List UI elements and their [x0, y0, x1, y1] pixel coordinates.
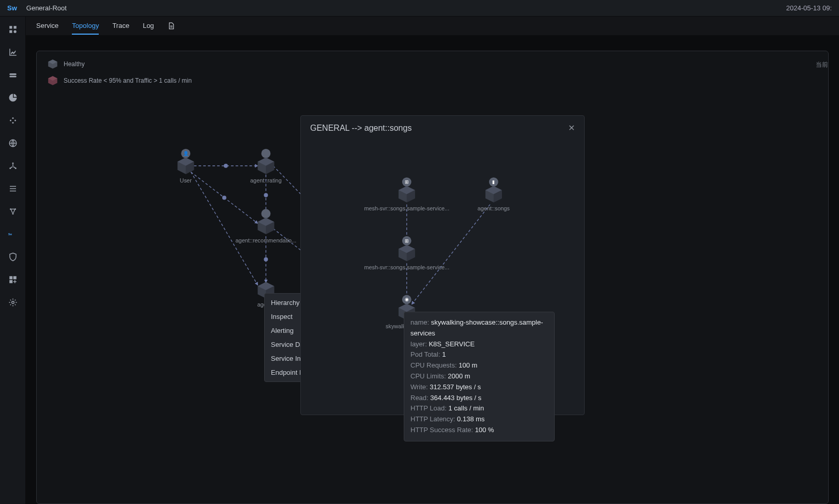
svg-point-37: [222, 195, 226, 200]
logo: Sw: [7, 4, 17, 12]
svg-point-49: [261, 209, 270, 218]
shield-icon[interactable]: [7, 251, 19, 263]
page-title: General-Root: [26, 4, 786, 12]
topbar: Sw General-Root 2024-05-13 09:: [0, 0, 839, 17]
share-icon[interactable]: [7, 160, 19, 172]
svg-rect-16: [10, 191, 16, 192]
apps-icon[interactable]: [7, 274, 19, 285]
pie-icon[interactable]: [7, 92, 19, 103]
svg-point-6: [10, 120, 11, 121]
clock: 2024-05-13 09:: [786, 4, 832, 12]
tab-trace[interactable]: Trace: [112, 18, 129, 35]
tab-service[interactable]: Service: [36, 18, 58, 35]
svg-text:⊞: ⊞: [405, 238, 409, 243]
svg-text:◉: ◉: [405, 297, 409, 302]
svg-rect-1: [13, 26, 16, 28]
svg-point-24: [11, 301, 14, 304]
sidebar: Sw: [0, 17, 26, 504]
main-content: Service Topology Trace Log Healthy Succe…: [26, 17, 839, 504]
svg-text:agent::songs: agent::songs: [478, 205, 510, 211]
svg-rect-5: [9, 76, 17, 78]
svg-text:agent::rating: agent::rating: [250, 177, 282, 184]
svg-rect-23: [9, 280, 12, 283]
svg-point-11: [12, 162, 13, 164]
svg-point-9: [12, 122, 13, 124]
svg-text:⊞: ⊞: [405, 179, 409, 185]
tab-log[interactable]: Log: [143, 18, 154, 35]
svg-text:User: User: [180, 177, 192, 184]
svg-point-35: [264, 193, 268, 197]
node-tooltip: name: skywalking-showcase::songs.sample-…: [404, 312, 555, 441]
doc-icon[interactable]: [167, 22, 175, 29]
graph-icon[interactable]: [7, 206, 19, 217]
svg-rect-2: [9, 30, 12, 33]
svg-point-19: [12, 213, 13, 215]
svg-text:mesh-svr::songs.sample-service: mesh-svr::songs.sample-service...: [364, 205, 449, 211]
topology-canvas[interactable]: Healthy Success Rate < 95% and Traffic >…: [36, 51, 829, 504]
tab-topology[interactable]: Topology: [72, 18, 99, 35]
svg-text:👤: 👤: [183, 150, 189, 157]
sw-icon[interactable]: Sw: [7, 228, 19, 240]
svg-rect-22: [13, 276, 16, 279]
svg-line-54: [412, 205, 490, 304]
svg-point-8: [14, 120, 16, 121]
dashboard-icon[interactable]: [7, 24, 19, 35]
svg-point-7: [12, 117, 13, 119]
globe-icon[interactable]: [7, 138, 19, 149]
svg-text:agent::recommendatio...: agent::recommendatio...: [236, 237, 297, 243]
svg-rect-4: [9, 73, 17, 75]
svg-point-33: [224, 164, 228, 168]
svg-rect-0: [9, 26, 12, 28]
popup-title: GENERAL --> agent::songs: [310, 124, 411, 133]
disk-icon[interactable]: [7, 69, 19, 81]
svg-rect-15: [10, 188, 16, 189]
svg-text:mesh-svr::songs.sample-service: mesh-svr::songs.sample-service...: [364, 264, 449, 270]
svg-line-38: [191, 172, 257, 285]
svg-rect-21: [9, 276, 12, 279]
dots-icon[interactable]: [7, 115, 19, 126]
svg-point-3: [13, 30, 16, 33]
svg-rect-14: [10, 186, 16, 187]
svg-text:Sw: Sw: [8, 233, 12, 236]
gear-icon[interactable]: [7, 297, 19, 308]
svg-point-40: [264, 257, 268, 262]
subnav: Service Topology Trace Log: [26, 17, 839, 35]
list-icon[interactable]: [7, 183, 19, 194]
svg-point-47: [261, 149, 270, 158]
chart-icon[interactable]: [7, 47, 19, 58]
svg-text:▮: ▮: [492, 179, 495, 185]
close-icon[interactable]: ✕: [568, 123, 575, 133]
